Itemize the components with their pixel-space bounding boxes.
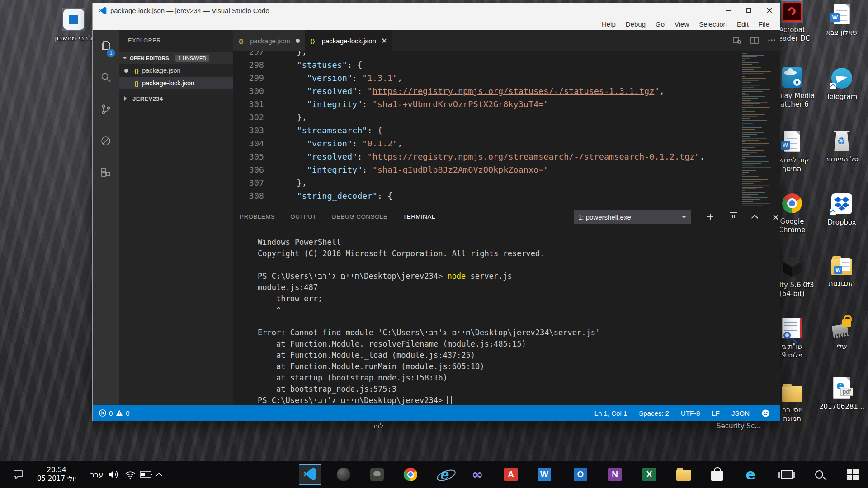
menu-view[interactable]: View <box>670 20 694 28</box>
terminal-line: throw err; <box>258 293 780 305</box>
menu-debug[interactable]: Debug <box>621 20 651 28</box>
tab-package.json[interactable]: {}package.json <box>233 30 305 51</box>
panel-tab-output[interactable]: OUTPUT <box>289 211 317 223</box>
panel-tab-terminal[interactable]: TERMINAL <box>402 211 436 223</box>
errors-indicator[interactable]: 0 <box>99 409 113 417</box>
status-utf-8[interactable]: UTF-8 <box>681 409 700 417</box>
action-center-icon[interactable] <box>10 461 26 488</box>
covered-desktop-icon-label[interactable]: לוח <box>373 422 383 430</box>
warnings-indicator[interactable]: 0 <box>116 409 129 417</box>
taskbar-visual-studio-icon[interactable]: ∞ <box>467 464 488 485</box>
search-activity-icon[interactable] <box>93 62 119 94</box>
google-chrome-icon <box>782 193 802 213</box>
icon-label: Telegram <box>826 93 858 101</box>
panel-tab-problems[interactable]: PROBLEMS <box>239 211 276 223</box>
extensions-activity-icon[interactable] <box>93 157 119 188</box>
status-json[interactable]: JSON <box>731 409 750 417</box>
desktop-icon-dropbox[interactable]: Dropbox <box>817 192 867 227</box>
kill-terminal-icon[interactable] <box>727 210 741 224</box>
code-line-307: 307 }, <box>233 176 780 189</box>
hidden-icons-chevron[interactable] <box>153 461 165 488</box>
close-panel-icon[interactable] <box>769 210 782 224</box>
desktop-icon-hitbonenut-folder[interactable]: Wהתבוננות <box>817 254 867 288</box>
maximize-button[interactable] <box>738 3 759 18</box>
icon-label: סל המיחזור <box>825 155 859 164</box>
taskbar-internet-explorer-icon[interactable]: e <box>433 464 455 485</box>
debug-activity-icon[interactable] <box>93 125 119 157</box>
desktop-icon-word-doc-shaalon[interactable]: Wשאלון צבא <box>817 3 867 37</box>
clock[interactable]: 20:54 05 יולי 2017 <box>32 461 81 488</box>
terminal-line <box>258 259 780 271</box>
menu-file[interactable]: File <box>754 20 774 28</box>
status-ln-1-col-1[interactable]: Ln 1, Col 1 <box>594 409 627 417</box>
explorer-activity-icon[interactable]: 1 <box>93 30 119 62</box>
menu-help[interactable]: Help <box>597 20 621 28</box>
open-editors-header[interactable]: OPEN EDITORS 1 UNSAVED <box>119 52 233 64</box>
menu-go[interactable]: Go <box>651 20 670 28</box>
taskbar-excel-icon[interactable]: X <box>638 464 660 485</box>
covered-desktop-icon-label[interactable]: Security Sc... <box>717 422 761 430</box>
json-file-icon: {} <box>239 38 243 44</box>
taskbar-file-explorer-icon[interactable] <box>673 464 694 485</box>
status-spaces-2[interactable]: Spaces: 2 <box>639 409 669 417</box>
hitbonenut-folder-icon: W <box>831 259 852 275</box>
maximize-panel-icon[interactable] <box>748 210 761 224</box>
terminal-line: at bootstrap_node.js:575:3 <box>258 384 780 395</box>
taskbar-onenote-icon[interactable]: N <box>604 464 626 485</box>
terminal-select[interactable]: 1: powershell.exe <box>574 210 691 224</box>
wifi-icon[interactable] <box>123 461 137 488</box>
desktop-icon-telegram[interactable]: Telegram <box>817 67 867 101</box>
status-lf[interactable]: LF <box>712 409 720 417</box>
taskbar-task-view-icon[interactable] <box>776 464 797 485</box>
taskbar-red-a-app-icon[interactable]: A <box>500 464 522 485</box>
open-changes-icon[interactable] <box>733 36 742 46</box>
tab-package-lock.json[interactable]: {}package-lock.json <box>305 30 392 51</box>
taskbar-gimp-icon[interactable] <box>366 464 388 485</box>
editor-pane[interactable]: 297 },298 "statuses": {299 "version": "1… <box>233 51 780 206</box>
battery-icon[interactable] <box>138 461 154 488</box>
word-doc-shaalon-icon: W <box>834 4 850 24</box>
more-actions-icon[interactable] <box>767 36 776 46</box>
source-control-activity-icon[interactable] <box>93 94 119 125</box>
new-terminal-icon[interactable] <box>703 210 717 224</box>
open-editor-item-package.json[interactable]: {}package.json <box>119 64 233 77</box>
taskbar-chrome-icon[interactable] <box>400 464 421 485</box>
taskbar-outlook-icon[interactable]: O <box>570 464 591 485</box>
json-file-icon: {} <box>134 80 139 87</box>
chevron-right-icon <box>124 96 129 101</box>
desktop-icon-pdf-edge-doc[interactable]: epdf201706281... <box>817 376 867 411</box>
folder-root-label: JEREV234 <box>132 95 163 102</box>
close-tab-icon[interactable] <box>382 38 387 43</box>
menu-selection[interactable]: Selection <box>694 20 732 28</box>
taskbar-dark-app-icon[interactable] <box>333 464 354 485</box>
language-indicator[interactable]: עבר <box>89 461 105 488</box>
taskbar-vscode-icon[interactable] <box>299 464 321 485</box>
taskbar-word-icon[interactable]: W <box>533 464 555 485</box>
volume-icon[interactable] <box>107 461 121 488</box>
desktop-icon-sheli-chip[interactable]: שלי <box>817 317 867 351</box>
indent-guide <box>302 51 302 206</box>
dropbox-icon <box>831 193 852 214</box>
menu-edit[interactable]: Edit <box>732 20 754 28</box>
split-editor-icon[interactable] <box>750 36 759 46</box>
title-bar[interactable]: package-lock.json — jerev234 — Visual St… <box>93 3 780 18</box>
minimap[interactable] <box>738 51 777 206</box>
smiley-icon[interactable] <box>761 409 770 418</box>
code-line-308: 308 "string_decoder": { <box>233 189 780 202</box>
desktop-icon-recycle-bin[interactable]: ♻סל המיחזור <box>817 129 867 164</box>
minimize-button[interactable] <box>717 3 738 18</box>
close-button[interactable] <box>759 3 780 18</box>
terminal-line: at Function.Module._load (module.js:437:… <box>258 350 780 361</box>
menu-bar: HelpDebugGoViewSelectionEditFile <box>93 18 780 30</box>
open-editor-item-package-lock.json[interactable]: {}package-lock.json <box>119 77 233 89</box>
sidebar-folder-root[interactable]: JEREV234 <box>119 92 233 105</box>
desktop-icon-jerbi-calculator[interactable]: ג'רבי-מחשבון <box>49 8 99 42</box>
code-line-304: 304 "version": "0.1.2", <box>233 137 780 150</box>
code-line-298: 298 "statuses": { <box>233 58 780 71</box>
panel-tab-debug-console[interactable]: DEBUG CONSOLE <box>331 211 388 223</box>
taskbar-start-icon[interactable] <box>842 464 863 485</box>
terminal-output[interactable]: Windows PowerShellCopyright (C) 2016 Mic… <box>233 228 780 406</box>
taskbar-edge-icon[interactable]: e <box>740 464 761 485</box>
taskbar-store-icon[interactable] <box>706 464 728 485</box>
taskbar-search-icon[interactable] <box>808 464 830 485</box>
